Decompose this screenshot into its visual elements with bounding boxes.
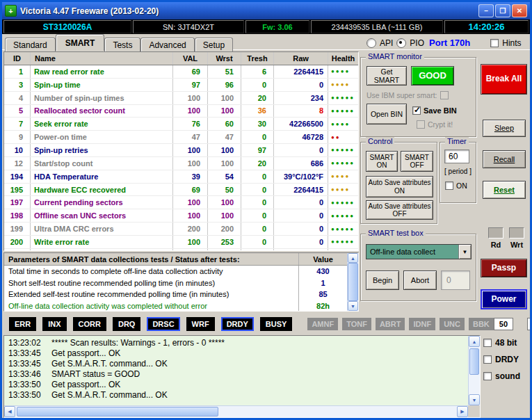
cell-wrst: 50: [208, 184, 241, 196]
get-smart-button[interactable]: Get SMART: [366, 66, 407, 86]
scroll-up-icon[interactable]: ▲: [348, 253, 358, 263]
begin-button[interactable]: Begin: [366, 270, 399, 290]
cell-name: Start/stop count: [31, 157, 173, 170]
smart-on-button[interactable]: SMART ON: [366, 151, 398, 172]
power-button[interactable]: Power: [481, 289, 527, 309]
smart-off-button[interactable]: SMART OFF: [401, 151, 433, 172]
params-table-body: Total time in seconds to complete off-li…: [4, 266, 358, 312]
smart-attribute-row[interactable]: 195Hardware ECC recovered695002264415●●●…: [4, 184, 358, 197]
log-lines[interactable]: 13:23:02***** Scan results: Warnings - 1…: [4, 336, 468, 405]
params-row[interactable]: Total time in seconds to complete off-li…: [4, 266, 358, 277]
smart-attribute-row[interactable]: 10Spin-up retries100100970●●●●●: [4, 144, 358, 157]
recall-button[interactable]: Recall: [483, 150, 526, 168]
scroll-up-icon[interactable]: ▲: [469, 336, 480, 347]
smart-status-good-button[interactable]: GOOD: [411, 66, 454, 86]
autosave-off-button[interactable]: Auto Save attributes OFF: [366, 200, 433, 220]
scroll-down-icon[interactable]: ▼: [348, 301, 358, 311]
scroll-right-icon[interactable]: ▶: [457, 406, 468, 417]
pio-radio[interactable]: [396, 38, 406, 48]
smart-attribute-row[interactable]: 5Reallocated sector count100100368●●●●●: [4, 105, 358, 118]
abort-button[interactable]: Abort: [403, 270, 437, 290]
48bit-checkbox[interactable]: [483, 339, 492, 347]
option-sound[interactable]: sound: [483, 371, 529, 381]
minimize-button[interactable]: –: [478, 4, 494, 17]
scrollbar-corner: [468, 405, 480, 417]
reset-button[interactable]: Reset: [483, 181, 526, 199]
smart-attribute-row[interactable]: 200Write error rate10025300●●●●●: [4, 236, 358, 249]
cell-tresh: 0: [241, 79, 274, 91]
titlebar[interactable]: + Victoria 4.47 Freeware (2013-02-20) – …: [2, 2, 530, 19]
flag-corr: CORR: [73, 317, 106, 331]
timer-on-row[interactable]: ON: [445, 181, 467, 190]
smart-attribute-row[interactable]: 1Raw read error rate695162264415●●●●: [4, 65, 358, 79]
cell-raw: 686: [274, 157, 328, 170]
smart-attribute-row[interactable]: 194HDA Temperature3954039°C/102°F●●●●: [4, 170, 358, 184]
smart-attribute-row[interactable]: 12Start/stop count10010020686●●●●●: [4, 157, 358, 170]
health-dots: ●●●●: [328, 170, 358, 183]
params-scrollbar[interactable]: ▲ ▼: [347, 253, 358, 311]
scroll-down-icon[interactable]: ▼: [469, 394, 480, 405]
save-bin-checkbox[interactable]: [412, 106, 421, 115]
log-horizontal-scrollbar[interactable]: ◀ ▶: [4, 405, 468, 417]
log-hscroll-thumb[interactable]: [17, 407, 218, 417]
close-button[interactable]: ✕: [512, 4, 527, 17]
hints-checkbox[interactable]: [490, 39, 499, 47]
maximize-button[interactable]: ❐: [495, 4, 510, 17]
smart-attribute-row[interactable]: 198Offline scan UNC sectors10010000●●●●●: [4, 209, 358, 223]
timer-on-label: ON: [456, 181, 467, 190]
tab-setup[interactable]: Setup: [195, 38, 233, 51]
api-radio[interactable]: [366, 38, 376, 48]
cell-name: Offline scan UNC sectors: [31, 209, 173, 222]
smart-attribute-row[interactable]: 9Power-on time4747046728●●: [4, 131, 358, 144]
passp-button[interactable]: Passp: [481, 259, 527, 277]
scroll-left-icon[interactable]: ◀: [4, 406, 15, 417]
cell-raw: 39°C/102°F: [274, 170, 328, 183]
timer-period-input[interactable]: 60: [444, 150, 469, 163]
test-select[interactable]: Off-line data collect ▼: [366, 244, 471, 259]
log-vertical-scrollbar[interactable]: ▲ ▼: [468, 336, 480, 405]
cell-name: HDA Temperature: [31, 170, 173, 183]
tab-tests[interactable]: Tests: [104, 38, 140, 51]
cell-raw: 0: [274, 236, 328, 248]
smart-attribute-row[interactable]: 199Ultra DMA CRC errors20020000●●●●●: [4, 223, 358, 236]
flag-abrt: ABRT: [376, 318, 405, 330]
cell-id: 195: [4, 184, 31, 196]
smart-attribute-row[interactable]: 3Spin-up time979600●●●●: [4, 79, 358, 92]
cell-wrst: 200: [208, 223, 241, 235]
app-icon: +: [5, 5, 17, 17]
save-bin-row[interactable]: Save BIN: [412, 106, 457, 115]
sleep-button[interactable]: Sleep: [483, 120, 526, 137]
tab-advanced[interactable]: Advanced: [140, 38, 194, 51]
register-value: 00: [527, 318, 532, 330]
params-scrollbar-thumb[interactable]: [348, 263, 358, 301]
register-values: 5000: [494, 318, 532, 330]
drive-firmware: Fw: 3.06: [245, 20, 309, 33]
autosave-on-button[interactable]: Auto Save attributes ON: [366, 176, 433, 197]
log-vscroll-thumb[interactable]: [469, 348, 479, 375]
timer-on-checkbox[interactable]: [445, 181, 453, 190]
tab-smart[interactable]: SMART: [56, 34, 105, 51]
params-row[interactable]: Extended self-test routine recommended p…: [4, 289, 358, 300]
tab-standard[interactable]: Standard: [5, 38, 56, 51]
option-drdy[interactable]: DRDY: [483, 355, 529, 364]
smart-attribute-row[interactable]: 202DAM errors count10025300●●●●●: [4, 249, 358, 251]
cell-tresh: 97: [241, 144, 274, 156]
smart-attribute-row[interactable]: 7Seek error rate76603042266500●●●●: [4, 118, 358, 131]
params-value-header: Value: [298, 253, 347, 265]
cell-tresh: 0: [241, 170, 274, 183]
cell-wrst: 100: [208, 144, 241, 156]
smart-attribute-row[interactable]: 4Number of spin-up times10010020234●●●●●: [4, 92, 358, 105]
sound-checkbox[interactable]: [483, 372, 492, 380]
params-row[interactable]: Short self-test routine recommended poll…: [4, 277, 358, 289]
smart-attribute-row[interactable]: 197Current pending sectors10010000●●●●●: [4, 196, 358, 209]
cell-raw: 2264415: [274, 184, 328, 196]
cell-val: 100: [173, 249, 208, 251]
params-row[interactable]: Off-line data collection activity was co…: [4, 300, 358, 312]
param-description: Total time in seconds to complete off-li…: [4, 266, 298, 277]
break-all-button[interactable]: Break All: [481, 64, 527, 95]
chevron-down-icon[interactable]: ▼: [458, 245, 471, 259]
drdy-checkbox[interactable]: [483, 355, 492, 364]
flag-busy: BUSY: [260, 317, 293, 331]
option-48bit[interactable]: 48 bit: [483, 338, 529, 348]
open-bin-button[interactable]: Open BIN: [366, 104, 407, 124]
